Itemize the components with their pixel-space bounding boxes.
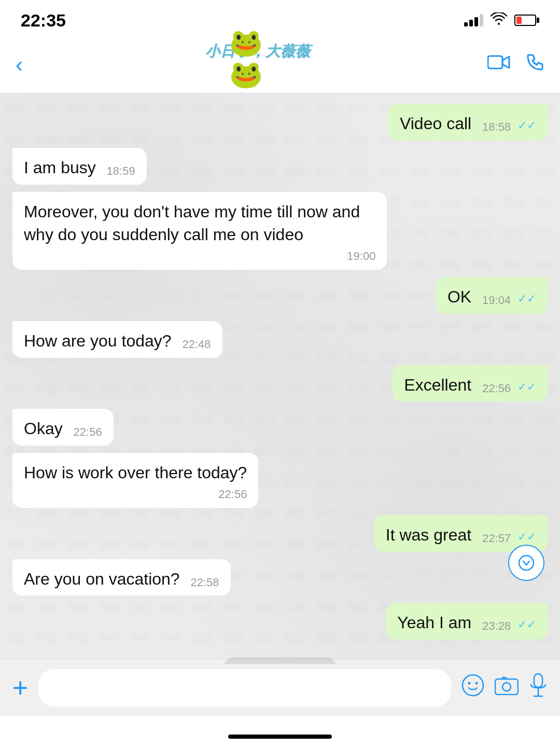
- message-11-text: Yeah I am: [397, 613, 471, 632]
- input-bar: +: [0, 659, 560, 716]
- message-1-text: Video call: [400, 114, 471, 133]
- sticker-button[interactable]: [461, 674, 484, 702]
- message-8-text: How is work over there today?: [24, 463, 247, 482]
- message-6: Excellent 22:56 ✓✓: [393, 365, 548, 402]
- message-8-time: 22:56: [218, 487, 247, 503]
- message-4: OK 19:04 ✓✓: [436, 277, 548, 314]
- back-button[interactable]: ‹: [16, 54, 23, 76]
- message-7: Okay 22:56: [12, 409, 114, 446]
- message-4-text: OK: [447, 287, 471, 306]
- message-5: How are you today? 22:48: [12, 321, 222, 358]
- microphone-button[interactable]: [529, 673, 548, 702]
- date-pill-text: 12月28日 周三: [223, 657, 336, 664]
- message-4-time: 19:04: [482, 293, 511, 309]
- message-8: How is work over there today? 22:56: [12, 453, 258, 508]
- status-time: 22:35: [21, 10, 66, 31]
- signal-bar-2: [469, 20, 473, 26]
- contact-sticker: 小日子，大薇薇 🐸🐸: [201, 42, 315, 88]
- message-6-time: 22:56: [482, 381, 511, 397]
- signal-icon: [464, 14, 483, 26]
- svg-point-1: [519, 556, 534, 570]
- message-2-time: 18:59: [107, 163, 135, 179]
- message-10-time: 22:58: [191, 575, 219, 591]
- sticker-art-emoji: 🐸🐸: [229, 27, 286, 90]
- svg-point-3: [468, 682, 471, 684]
- message-1-read: ✓✓: [517, 119, 536, 132]
- message-7-text: Okay: [24, 419, 63, 438]
- message-9-time: 22:57: [482, 531, 511, 547]
- message-11-time: 23:28: [482, 618, 511, 634]
- wifi-icon: [491, 12, 507, 29]
- video-call-button[interactable]: [487, 53, 510, 76]
- message-11-read: ✓✓: [517, 618, 536, 631]
- message-1: Video call 18:58 ✓✓: [388, 104, 548, 141]
- messages-list: Video call 18:58 ✓✓ I am busy 18:59 More…: [12, 104, 548, 664]
- svg-point-6: [502, 683, 511, 691]
- svg-rect-0: [488, 56, 502, 68]
- scroll-down-button[interactable]: [508, 545, 544, 581]
- message-11: Yeah I am 23:28 ✓✓: [386, 603, 548, 640]
- message-9-read: ✓✓: [517, 530, 536, 543]
- add-attachment-button[interactable]: +: [12, 674, 28, 701]
- message-9-text: It was great: [386, 525, 471, 544]
- battery-icon: [514, 15, 539, 26]
- message-10-text: Are you on vacation?: [24, 570, 180, 588]
- svg-rect-5: [495, 679, 518, 695]
- date-separator: 12月28日 周三: [12, 657, 548, 664]
- svg-point-4: [475, 682, 478, 684]
- svg-point-2: [463, 675, 483, 696]
- message-1-time: 18:58: [482, 119, 511, 135]
- signal-bar-4: [480, 14, 483, 26]
- nav-bar: ‹ 小日子，大薇薇 🐸🐸: [0, 36, 560, 93]
- message-2-text: I am busy: [24, 158, 96, 177]
- signal-bar-3: [474, 17, 478, 26]
- signal-bar-1: [464, 22, 468, 26]
- status-icons: [464, 12, 539, 29]
- home-indicator: [228, 735, 332, 739]
- phone-call-button[interactable]: [526, 53, 544, 76]
- message-3-time: 19:00: [347, 248, 375, 265]
- message-3-text: Moreover, you don't have my time till no…: [24, 202, 360, 244]
- svg-rect-7: [534, 674, 542, 687]
- message-3: Moreover, you don't have my time till no…: [12, 192, 387, 270]
- contact-info: 小日子，大薇薇 🐸🐸: [28, 42, 487, 88]
- message-6-text: Excellent: [404, 376, 471, 394]
- message-6-read: ✓✓: [517, 380, 536, 393]
- nav-actions: [487, 53, 544, 76]
- message-7-time: 22:56: [74, 424, 102, 440]
- message-5-text: How are you today?: [24, 331, 172, 350]
- camera-button[interactable]: [495, 675, 519, 700]
- message-2: I am busy 18:59: [12, 148, 147, 185]
- message-5-time: 22:48: [183, 337, 211, 353]
- message-input[interactable]: [38, 669, 451, 707]
- message-10: Are you on vacation? 22:58: [12, 559, 231, 596]
- message-4-read: ✓✓: [517, 292, 536, 305]
- chat-area[interactable]: Video call 18:58 ✓✓ I am busy 18:59 More…: [0, 93, 560, 664]
